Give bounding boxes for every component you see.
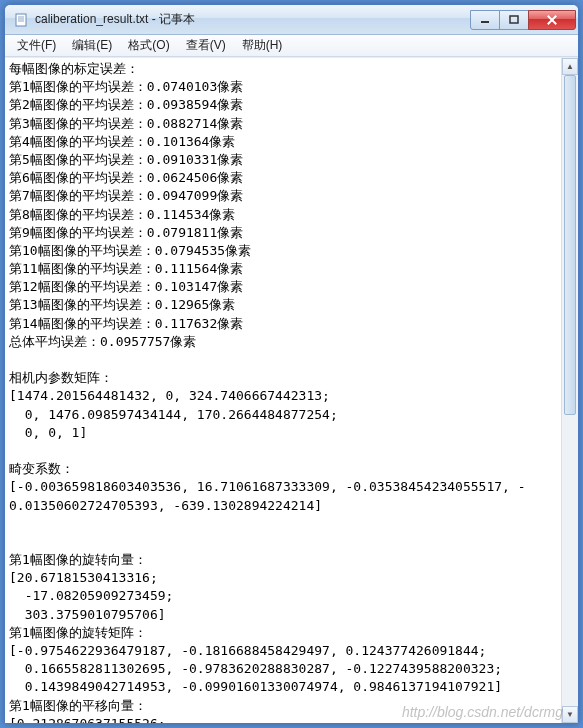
error-line: 第8幅图像的平均误差：0.114534像素 <box>9 207 235 222</box>
vertical-scrollbar: ▲ ▼ <box>561 58 578 723</box>
scroll-track[interactable] <box>562 75 578 706</box>
titlebar[interactable]: caliberation_result.txt - 记事本 <box>5 5 578 35</box>
error-line: 第10幅图像的平均误差：0.0794535像素 <box>9 243 251 258</box>
notepad-icon <box>13 12 29 28</box>
svg-rect-5 <box>510 16 518 23</box>
menu-edit[interactable]: 编辑(E) <box>64 35 120 56</box>
notepad-window: caliberation_result.txt - 记事本 文件(F) 编辑(E… <box>4 4 579 724</box>
error-line: 第11幅图像的平均误差：0.111564像素 <box>9 261 243 276</box>
img1-rotmat: [-0.9754622936479187, -0.181668845842949… <box>9 643 502 694</box>
distortion-label: 畸变系数： <box>9 461 74 476</box>
distortion-coeffs: [-0.003659818603403536, 16.7106168733330… <box>9 479 526 512</box>
window-controls <box>471 10 576 30</box>
error-line: 第7幅图像的平均误差：0.0947099像素 <box>9 188 243 203</box>
error-line: 第1幅图像的平均误差：0.0740103像素 <box>9 79 243 94</box>
scroll-down-button[interactable]: ▼ <box>562 706 578 723</box>
img1-rotmat-label: 第1幅图像的旋转矩阵： <box>9 625 147 640</box>
error-line: 第6幅图像的平均误差：0.0624506像素 <box>9 170 243 185</box>
overall-error: 总体平均误差：0.0957757像素 <box>9 334 196 349</box>
menubar: 文件(F) 编辑(E) 格式(O) 查看(V) 帮助(H) <box>5 35 578 57</box>
menu-file[interactable]: 文件(F) <box>9 35 64 56</box>
text-content[interactable]: 每幅图像的标定误差： 第1幅图像的平均误差：0.0740103像素 第2幅图像的… <box>5 58 561 723</box>
error-line: 第9幅图像的平均误差：0.0791811像素 <box>9 225 243 240</box>
menu-format[interactable]: 格式(O) <box>120 35 177 56</box>
img1-trans-label: 第1幅图像的平移向量： <box>9 698 147 713</box>
error-line: 第5幅图像的平均误差：0.0910331像素 <box>9 152 243 167</box>
img1-trans: [0.2128670637155526; 2.42416449413685; 0… <box>9 716 173 723</box>
error-line: 第3幅图像的平均误差：0.0882714像素 <box>9 116 243 131</box>
content-area: 每幅图像的标定误差： 第1幅图像的平均误差：0.0740103像素 第2幅图像的… <box>5 57 578 723</box>
close-icon <box>546 14 558 26</box>
intrinsic-label: 相机内参数矩阵： <box>9 370 113 385</box>
img1-rotvec: [20.67181530413316; -17.08205909273459; … <box>9 570 173 621</box>
img1-rotvec-label: 第1幅图像的旋转向量： <box>9 552 147 567</box>
error-line: 第14幅图像的平均误差：0.117632像素 <box>9 316 243 331</box>
intrinsic-matrix: [1474.201564481432, 0, 324.7406667442313… <box>9 388 338 439</box>
svg-rect-0 <box>16 14 26 26</box>
window-title: caliberation_result.txt - 记事本 <box>35 11 471 28</box>
heading-error: 每幅图像的标定误差： <box>9 61 139 76</box>
close-button[interactable] <box>528 10 576 30</box>
menu-help[interactable]: 帮助(H) <box>234 35 291 56</box>
menu-view[interactable]: 查看(V) <box>178 35 234 56</box>
maximize-button[interactable] <box>499 10 529 30</box>
scroll-thumb[interactable] <box>564 75 576 415</box>
minimize-button[interactable] <box>470 10 500 30</box>
error-line: 第4幅图像的平均误差：0.101364像素 <box>9 134 235 149</box>
error-line: 第12幅图像的平均误差：0.103147像素 <box>9 279 243 294</box>
error-line: 第13幅图像的平均误差：0.12965像素 <box>9 297 235 312</box>
error-line: 第2幅图像的平均误差：0.0938594像素 <box>9 97 243 112</box>
scroll-up-button[interactable]: ▲ <box>562 58 578 75</box>
